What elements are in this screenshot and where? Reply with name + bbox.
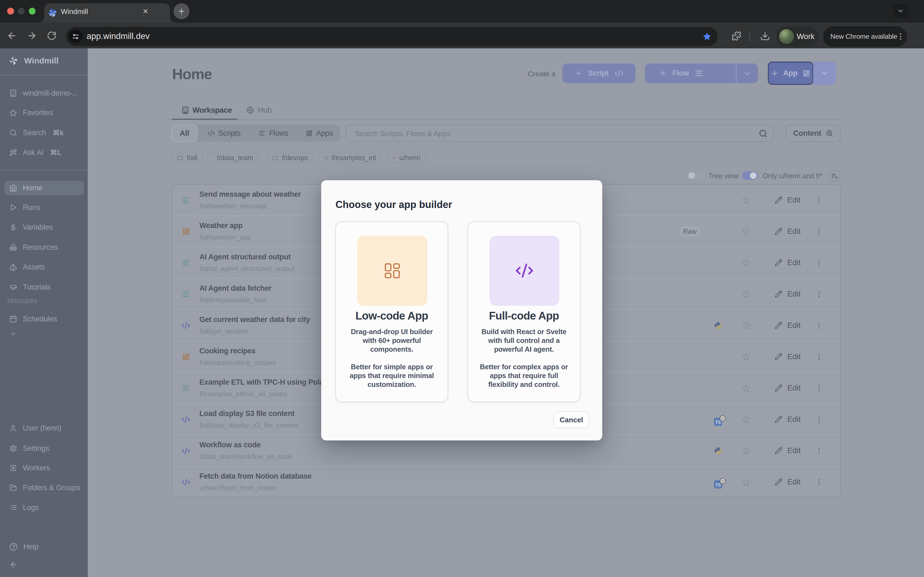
svg-text:TS: TS [715, 420, 721, 425]
svg-text:TS: TS [715, 483, 721, 487]
